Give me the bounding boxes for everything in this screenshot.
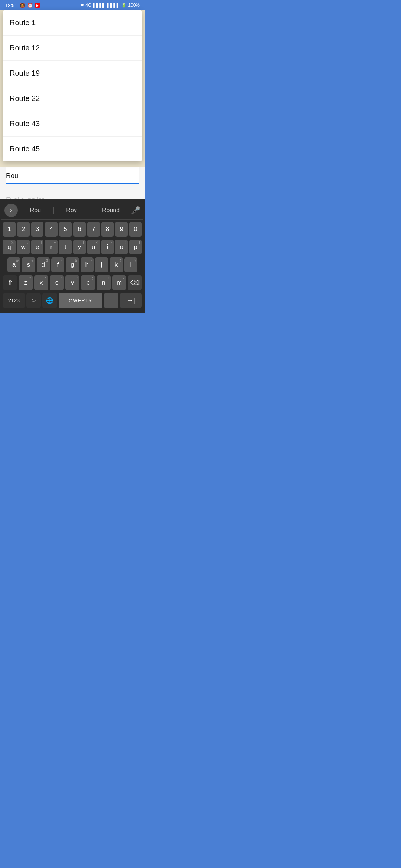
status-left: 18:51 🔕 ⏰ ▶	[5, 3, 40, 8]
key-4[interactable]: 4	[45, 222, 58, 237]
bottom-row: ?123 ☺ 🌐 QWERTY . →|	[1, 292, 143, 309]
mic-icon[interactable]: 🎤	[131, 206, 140, 215]
key-5[interactable]: 5	[59, 222, 72, 237]
enter-key[interactable]: →|	[120, 293, 142, 308]
qwerty-row1: %q \w |e =r [t ]y <u >i {o }p	[1, 239, 143, 255]
key-n[interactable]: !n	[97, 275, 111, 290]
keyboard: › Rou Roy Round 🎤 1 2 3 4 5 6 7 8 9 0 %q…	[0, 199, 145, 313]
key-z[interactable]: *z	[19, 275, 33, 290]
status-bar: 18:51 🔕 ⏰ ▶ ✱ 4G ▌▌▌▌ ▌▌▌▌ 🔋 100%	[0, 0, 145, 10]
key-9[interactable]: 9	[115, 222, 128, 237]
mute-icon: 🔕	[19, 3, 25, 8]
route-input[interactable]	[6, 167, 139, 184]
key-v[interactable]: :v	[65, 275, 79, 290]
emoji-key[interactable]: ☺	[26, 293, 41, 308]
num-symbol-key[interactable]: ?123	[3, 293, 25, 308]
number-row: 1 2 3 4 5 6 7 8 9 0	[1, 221, 143, 237]
key-t[interactable]: [t	[59, 240, 72, 254]
time: 18:51	[5, 3, 17, 8]
key-g[interactable]: &g	[66, 257, 79, 272]
key-p[interactable]: }p	[129, 240, 142, 254]
key-s[interactable]: #s	[22, 257, 35, 272]
key-i[interactable]: >i	[101, 240, 114, 254]
qwerty-label-key[interactable]: QWERTY	[59, 293, 102, 308]
dropdown-item-route45[interactable]: Route 45	[3, 137, 142, 161]
network-4g-icon: 4G	[85, 3, 91, 8]
signal2-icon: ▌▌▌▌	[107, 3, 120, 8]
suggestions-list: Rou Roy Round	[22, 207, 128, 214]
key-o[interactable]: {o	[115, 240, 128, 254]
key-w[interactable]: \w	[17, 240, 30, 254]
key-1[interactable]: 1	[3, 222, 16, 237]
key-h[interactable]: -h	[81, 257, 94, 272]
dropdown-item-route43[interactable]: Route 43	[3, 111, 142, 137]
divider2	[89, 207, 89, 214]
status-right: ✱ 4G ▌▌▌▌ ▌▌▌▌ 🔋 100%	[80, 3, 140, 8]
suggestion-roy[interactable]: Roy	[62, 207, 81, 214]
key-a[interactable]: @a	[7, 257, 20, 272]
key-d[interactable]: $d	[37, 257, 50, 272]
key-m[interactable]: ?m	[112, 275, 126, 290]
battery-icon: 🔋	[121, 3, 127, 8]
globe-key[interactable]: 🌐	[42, 293, 57, 308]
bluetooth-icon: ✱	[80, 3, 84, 8]
backspace-key[interactable]: ⌫	[128, 275, 142, 290]
divider1	[53, 207, 54, 214]
key-y[interactable]: ]y	[73, 240, 86, 254]
dropdown-item-route1[interactable]: Route 1	[3, 10, 142, 36]
period-key[interactable]: .	[104, 293, 118, 308]
dropdown-item-route22[interactable]: Route 22	[3, 86, 142, 111]
key-u[interactable]: <u	[87, 240, 100, 254]
suggestions-expand-button[interactable]: ›	[4, 204, 18, 217]
dropdown-item-route12[interactable]: Route 12	[3, 36, 142, 61]
key-b[interactable]: ;b	[81, 275, 95, 290]
youtube-icon: ▶	[35, 3, 40, 8]
key-e[interactable]: |e	[31, 240, 44, 254]
key-x[interactable]: "x	[34, 275, 48, 290]
key-q[interactable]: %q	[3, 240, 16, 254]
key-l[interactable]: )l	[124, 257, 137, 272]
key-0[interactable]: 0	[129, 222, 142, 237]
key-j[interactable]: +j	[95, 257, 108, 272]
signal-icon: ▌▌▌▌	[93, 3, 105, 8]
qwerty-row3: ⇧ *z "x 'c :v ;b !n ?m ⌫	[1, 274, 143, 291]
route-dropdown: Route 1 Route 12 Route 19 Route 22 Route…	[3, 10, 142, 161]
qwerty-row2: @a #s $d -f &g -h +j (k )l	[1, 257, 143, 273]
suggestion-round[interactable]: Round	[98, 207, 124, 214]
dropdown-item-route19[interactable]: Route 19	[3, 61, 142, 86]
key-7[interactable]: 7	[87, 222, 100, 237]
key-k[interactable]: (k	[110, 257, 123, 272]
suggestions-row: › Rou Roy Round 🎤	[1, 201, 143, 220]
key-f[interactable]: -f	[51, 257, 64, 272]
key-r[interactable]: =r	[45, 240, 58, 254]
key-3[interactable]: 3	[31, 222, 44, 237]
key-c[interactable]: 'c	[50, 275, 64, 290]
key-6[interactable]: 6	[73, 222, 86, 237]
key-2[interactable]: 2	[17, 222, 30, 237]
suggestion-rou[interactable]: Rou	[26, 207, 45, 214]
alarm-icon: ⏰	[27, 3, 33, 8]
shift-key[interactable]: ⇧	[3, 275, 17, 290]
key-8[interactable]: 8	[101, 222, 114, 237]
battery-level: 100%	[128, 3, 140, 8]
